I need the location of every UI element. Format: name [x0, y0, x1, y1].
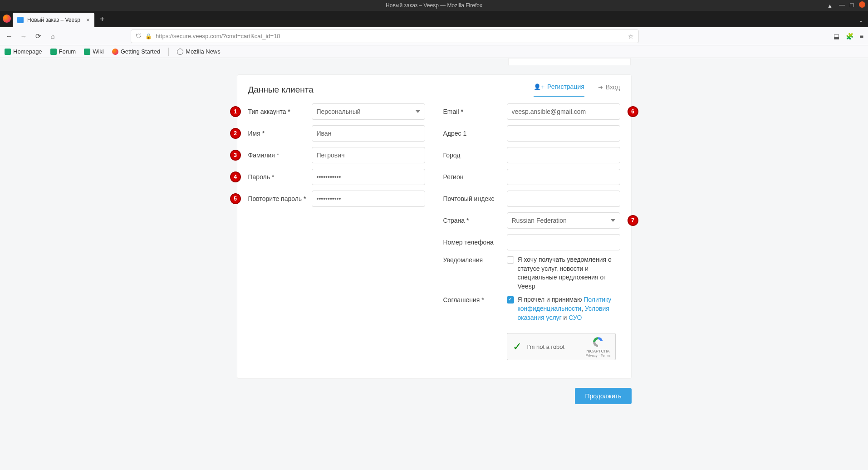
field-postcode: Почтовый индекс: [443, 190, 620, 207]
back-button[interactable]: ←: [5, 32, 14, 40]
field-email: Email * 6: [443, 103, 620, 120]
shield-icon[interactable]: 🛡: [136, 33, 142, 39]
label-city: Город: [443, 152, 507, 159]
recaptcha-text: I'm not a robot: [527, 343, 565, 350]
lock-icon[interactable]: 🔒: [145, 33, 152, 39]
label-password-repeat: Повторите пароль *: [248, 195, 312, 202]
tab-title: Новый заказ – Veesp: [27, 17, 83, 23]
input-email[interactable]: [507, 103, 620, 120]
card-heading: Данные клиента: [248, 85, 314, 95]
select-country[interactable]: Russian Federation: [507, 212, 620, 229]
bookmarks-bar: Homepage Forum Wiki Getting Started Mozi…: [0, 45, 868, 58]
favicon-icon: [17, 17, 24, 23]
home-button[interactable]: ⌂: [48, 32, 57, 40]
client-data-card: Данные клиента 👤+ Регистрация ➜ Вход 1 Т…: [237, 74, 632, 379]
browser-tab[interactable]: Новый заказ – Veesp ×: [13, 13, 94, 27]
firefox-icon: [112, 49, 118, 55]
input-first-name[interactable]: [312, 125, 425, 142]
menu-icon[interactable]: ≡: [860, 33, 863, 40]
toolbar-right: ⬓ 🧩 ≡: [834, 33, 863, 40]
tab-login[interactable]: ➜ Вход: [598, 83, 620, 97]
form-body: 1 Тип аккаунта * Персональный 2 Имя * 3 …: [237, 103, 631, 365]
label-account-type: Тип аккаунта *: [248, 108, 312, 115]
window-title: Новый заказ – Veesp — Mozilla Firefox: [386, 2, 482, 9]
check-icon: ✓: [513, 340, 522, 353]
input-city[interactable]: [507, 147, 620, 163]
label-last-name: Фамилия *: [248, 152, 312, 159]
label-email: Email *: [443, 108, 507, 115]
notification-icon[interactable]: ▲: [827, 3, 833, 9]
label-phone: Номер телефона: [443, 239, 507, 246]
input-password-repeat[interactable]: [312, 191, 425, 207]
annotation-badge-6: 6: [628, 106, 638, 117]
firefox-icon: [3, 15, 11, 23]
form-col-right: Email * 6 Адрес 1 Город Регион Поч: [443, 103, 620, 365]
reload-button[interactable]: ⟳: [34, 32, 43, 40]
field-first-name: 2 Имя *: [248, 125, 425, 142]
os-titlebar: Новый заказ – Veesp — Mozilla Firefox ▲ …: [0, 0, 868, 11]
window-controls: — ◻: [839, 1, 865, 8]
input-password[interactable]: [312, 169, 425, 185]
bookmark-forum[interactable]: Forum: [50, 48, 76, 55]
tab-close-icon[interactable]: ×: [86, 16, 90, 24]
bookmark-mozilla-news[interactable]: Mozilla News: [177, 48, 221, 55]
url-bar[interactable]: 🛡 🔒 ☆: [131, 29, 639, 43]
input-postcode[interactable]: [507, 191, 620, 207]
browser-navbar: ← → ⟳ ⌂ 🛡 🔒 ☆ ⬓ 🧩 ≡: [0, 27, 868, 45]
field-agreements: Соглашения * Я прочел и принимаю Политик…: [443, 295, 620, 322]
agreements-text: Я прочел и принимаю Политику конфиденциа…: [518, 295, 620, 322]
pocket-icon[interactable]: ⬓: [834, 33, 839, 40]
annotation-badge-5: 5: [230, 193, 241, 204]
footer-actions: Продолжить: [237, 388, 632, 404]
manjaro-icon: [50, 49, 57, 55]
link-syo[interactable]: СУО: [569, 314, 582, 321]
label-notifications: Уведомления: [443, 255, 507, 264]
notifications-text: Я хочу получать уведомления о статусе ус…: [518, 255, 620, 291]
field-city: Город: [443, 147, 620, 164]
field-account-type: 1 Тип аккаунта * Персональный: [248, 103, 425, 120]
recaptcha-widget[interactable]: ✓ I'm not a robot reCAPTCHA Privacy - Te…: [507, 333, 616, 360]
label-country: Страна *: [443, 217, 507, 224]
annotation-badge-7: 7: [628, 215, 638, 226]
summary-card-tail: [508, 58, 631, 65]
tabs-dropdown-icon[interactable]: ⌄: [859, 17, 863, 24]
url-input[interactable]: [156, 33, 624, 39]
checkbox-agreements[interactable]: [507, 296, 514, 304]
maximize-icon[interactable]: ◻: [849, 1, 854, 8]
checkbox-notifications[interactable]: [507, 256, 514, 264]
bookmark-homepage[interactable]: Homepage: [5, 48, 42, 55]
card-header: Данные клиента 👤+ Регистрация ➜ Вход: [237, 75, 631, 103]
field-last-name: 3 Фамилия *: [248, 147, 425, 164]
tab-register[interactable]: 👤+ Регистрация: [534, 83, 584, 97]
manjaro-icon: [5, 49, 11, 55]
field-password: 4 Пароль *: [248, 168, 425, 186]
annotation-badge-1: 1: [230, 106, 241, 117]
input-region[interactable]: [507, 169, 620, 185]
continue-button[interactable]: Продолжить: [575, 388, 631, 404]
minimize-icon[interactable]: —: [839, 1, 845, 8]
user-plus-icon: 👤+: [534, 83, 544, 90]
select-account-type[interactable]: Персональный: [312, 103, 425, 120]
label-postcode: Почтовый индекс: [443, 195, 507, 202]
bookmark-separator: [168, 48, 169, 56]
extensions-icon[interactable]: 🧩: [846, 33, 853, 40]
close-icon[interactable]: [859, 1, 865, 8]
input-last-name[interactable]: [312, 147, 425, 163]
field-address1: Адрес 1: [443, 125, 620, 142]
recaptcha-logo: reCAPTCHA Privacy - Terms: [586, 336, 611, 357]
field-country: Страна * Russian Federation 7: [443, 212, 620, 229]
bookmark-star-icon[interactable]: ☆: [628, 33, 634, 40]
browser-tabstrip: Новый заказ – Veesp × + ⌄: [0, 11, 868, 27]
login-icon: ➜: [598, 84, 603, 91]
label-region: Регион: [443, 173, 507, 181]
bookmark-wiki[interactable]: Wiki: [84, 48, 104, 55]
field-notifications: Уведомления Я хочу получать уведомления …: [443, 255, 620, 291]
bookmark-getting-started[interactable]: Getting Started: [112, 48, 160, 55]
input-address1[interactable]: [507, 125, 620, 142]
input-phone[interactable]: [507, 234, 620, 250]
forward-button: →: [19, 32, 28, 40]
new-tab-button[interactable]: +: [100, 15, 105, 24]
form-col-left: 1 Тип аккаунта * Персональный 2 Имя * 3 …: [248, 103, 425, 365]
globe-icon: [177, 49, 183, 55]
field-region: Регион: [443, 168, 620, 186]
